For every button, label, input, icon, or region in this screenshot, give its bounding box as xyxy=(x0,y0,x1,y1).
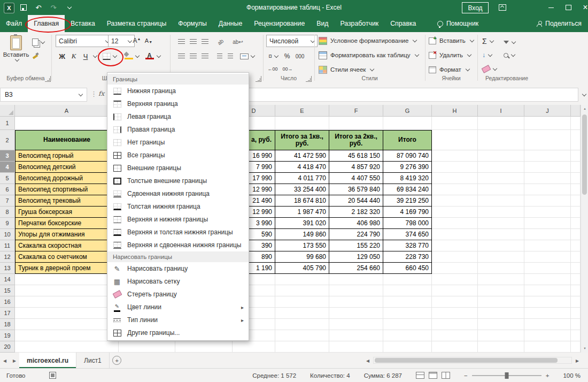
cell-J4[interactable] xyxy=(524,162,571,173)
cell-I18[interactable] xyxy=(478,319,524,330)
cell-I10[interactable] xyxy=(478,229,524,240)
cell-G17[interactable] xyxy=(383,308,432,319)
increase-decimal-button[interactable] xyxy=(266,64,279,73)
cell-I8[interactable] xyxy=(478,207,524,218)
cell-G16[interactable] xyxy=(383,296,432,308)
cell-I9[interactable] xyxy=(478,218,524,229)
cell-E8[interactable]: 1 987 470 xyxy=(275,207,329,218)
cell-A10[interactable]: Упоры для отжимания xyxy=(15,229,119,240)
cell-I14[interactable] xyxy=(478,274,524,285)
draw-menu-item[interactable]: Нарисовать сетку xyxy=(107,275,249,288)
cell-H19[interactable] xyxy=(432,330,478,341)
row-header-5[interactable]: 5 xyxy=(0,173,15,184)
cell-E2[interactable]: Итого за 1кв., руб. xyxy=(275,130,329,150)
border-menu-item[interactable]: Все границы xyxy=(107,149,249,162)
scroll-down-icon[interactable] xyxy=(581,345,588,353)
cell-A6[interactable]: Велосипед спортивный xyxy=(15,184,119,195)
cell-A8[interactable]: Груша боксерская xyxy=(15,207,119,218)
macro-record-icon[interactable] xyxy=(49,372,56,379)
cell-G1[interactable] xyxy=(383,117,432,130)
tab-assistant[interactable]: Помощник xyxy=(437,15,478,32)
row-header-19[interactable]: 19 xyxy=(0,330,15,341)
horizontal-scroll-thumb[interactable] xyxy=(375,358,558,363)
cell-J19[interactable] xyxy=(524,330,571,341)
alignment-dialog-launcher[interactable] xyxy=(256,76,261,82)
cell-I12[interactable] xyxy=(478,251,524,263)
format-as-table-button[interactable]: Форматировать как таблицу xyxy=(319,49,419,62)
copy-button[interactable] xyxy=(32,39,44,46)
cell-I2[interactable] xyxy=(478,130,524,150)
cell-J16[interactable] xyxy=(524,296,571,308)
cell-G10[interactable]: 374 650 xyxy=(383,229,432,240)
sheet-tab-active[interactable]: microexcel.ru xyxy=(19,353,76,368)
draw-menu-item[interactable]: Другие границы... xyxy=(107,326,249,339)
align-left-button[interactable] xyxy=(176,50,186,62)
zoom-out-icon[interactable] xyxy=(464,372,468,379)
accounting-format-button[interactable] xyxy=(266,50,280,62)
cell-B20[interactable] xyxy=(119,341,175,353)
col-header-I[interactable]: I xyxy=(478,105,524,117)
cell-E13[interactable]: 405 790 xyxy=(275,263,329,274)
col-header-G[interactable]: G xyxy=(383,105,432,117)
tab-main-4[interactable]: Формулы xyxy=(172,15,213,32)
decrease-decimal-button[interactable] xyxy=(281,64,294,73)
align-right-button[interactable] xyxy=(200,50,210,62)
row-header-6[interactable]: 6 xyxy=(0,184,15,195)
cell-I4[interactable] xyxy=(478,162,524,173)
border-menu-item[interactable]: Верхняя граница xyxy=(107,97,249,110)
draw-menu-item[interactable]: Стереть границу xyxy=(107,288,249,301)
cell-F16[interactable] xyxy=(329,296,383,308)
delete-cells-button[interactable]: Удалить xyxy=(429,49,471,62)
cell-E1[interactable] xyxy=(275,117,329,130)
find-select-button[interactable] xyxy=(504,49,522,61)
cell-E4[interactable]: 4 418 470 xyxy=(275,162,329,173)
cell-E3[interactable]: 41 472 590 xyxy=(275,150,329,162)
cell-F6[interactable]: 36 579 840 xyxy=(329,184,383,195)
cell-F14[interactable] xyxy=(329,274,383,285)
row-header-12[interactable]: 12 xyxy=(0,251,15,263)
sheet-nav-left-icon[interactable] xyxy=(0,353,10,368)
cell-J2[interactable] xyxy=(524,130,571,150)
cell-G2[interactable]: Итого xyxy=(383,130,432,150)
cell-J6[interactable] xyxy=(524,184,571,195)
cell-I13[interactable] xyxy=(478,263,524,274)
cell-F7[interactable]: 20 544 440 xyxy=(329,195,383,207)
cell-E6[interactable]: 33 254 400 xyxy=(275,184,329,195)
sign-in-button[interactable]: Вход xyxy=(462,2,489,13)
cell-J8[interactable] xyxy=(524,207,571,218)
border-menu-item[interactable]: Правая граница xyxy=(107,123,249,136)
cell-E16[interactable] xyxy=(275,296,329,308)
cell-J1[interactable] xyxy=(524,117,571,130)
cell-I5[interactable] xyxy=(478,173,524,184)
cell-I17[interactable] xyxy=(478,308,524,319)
cell-G5[interactable]: 8 419 320 xyxy=(383,173,432,184)
cell-E19[interactable] xyxy=(275,330,329,341)
insert-function-button[interactable]: fx xyxy=(98,90,104,97)
cell-G6[interactable]: 69 834 240 xyxy=(383,184,432,195)
number-dialog-launcher[interactable] xyxy=(306,76,312,82)
percent-style-button[interactable]: % xyxy=(282,50,292,62)
cell-F3[interactable]: 45 618 150 xyxy=(329,150,383,162)
tab-main-6[interactable]: Рецензирование xyxy=(248,15,311,32)
border-menu-item[interactable]: Толстые внешние границы xyxy=(107,174,249,187)
cell-H6[interactable] xyxy=(432,184,478,195)
borders-button[interactable] xyxy=(100,50,119,62)
cell-A2[interactable]: Наименование xyxy=(15,130,119,150)
cell-H7[interactable] xyxy=(432,195,478,207)
select-all-corner[interactable] xyxy=(0,105,15,117)
cell-A11[interactable]: Скакалка скоростная xyxy=(15,240,119,251)
cell-A5[interactable]: Велосипед дорожный xyxy=(15,173,119,184)
cell-E5[interactable]: 4 011 770 xyxy=(275,173,329,184)
cell-A13[interactable]: Турник в дверной проем xyxy=(15,263,119,274)
tab-main-5[interactable]: Данные xyxy=(213,15,248,32)
cell-H15[interactable] xyxy=(432,285,478,296)
cell-F20[interactable] xyxy=(329,341,383,353)
row-header-17[interactable]: 17 xyxy=(0,308,15,319)
cell-I16[interactable] xyxy=(478,296,524,308)
col-header-A[interactable]: A xyxy=(15,105,119,117)
cell-G19[interactable] xyxy=(383,330,432,341)
cell-E17[interactable] xyxy=(275,308,329,319)
cell-J15[interactable] xyxy=(524,285,571,296)
cell-E10[interactable]: 149 860 xyxy=(275,229,329,240)
col-header-F[interactable]: F xyxy=(329,105,383,117)
